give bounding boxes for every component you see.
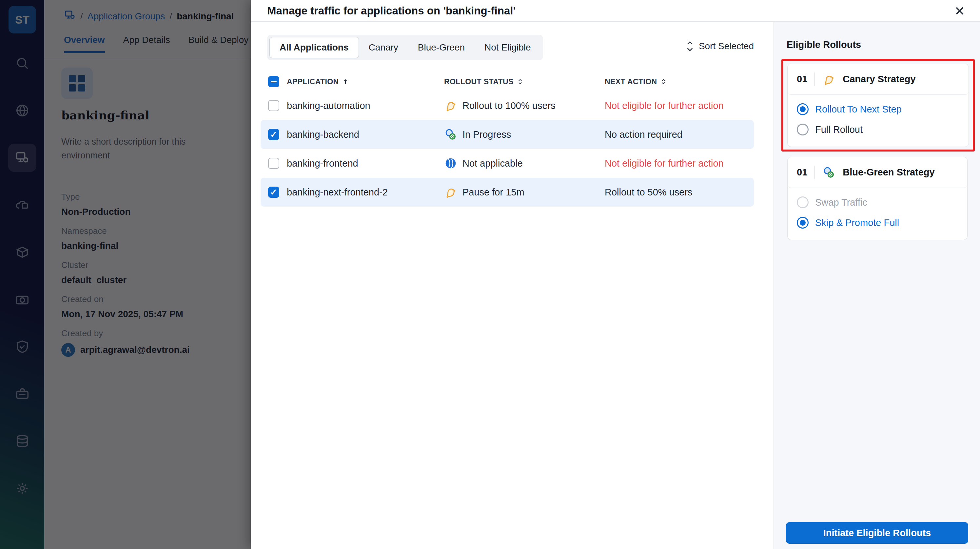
- strategy-header: 01Canary Strategy: [788, 64, 969, 95]
- tab-canary[interactable]: Canary: [359, 37, 408, 58]
- strategy-blue-green-strategy: 01Blue-Green StrategySwap TrafficSkip & …: [787, 157, 967, 240]
- blue-green-icon: [444, 128, 457, 141]
- table-body: banking-automationRollout to 100% usersN…: [261, 91, 754, 207]
- table-row-banking-automation[interactable]: banking-automationRollout to 100% usersN…: [261, 91, 754, 120]
- radio-selected-icon[interactable]: [797, 217, 808, 228]
- radio-disabled-icon: [797, 196, 808, 208]
- strategy-number: 01: [797, 167, 807, 178]
- strategy-options: Rollout To Next StepFull Rollout: [788, 95, 969, 147]
- strategy-cards: 01Canary StrategyRollout To Next StepFul…: [774, 59, 980, 245]
- column-label: NEXT ACTION: [605, 77, 657, 86]
- tab-not-eligible[interactable]: Not Eligible: [475, 37, 541, 58]
- application-name: banking-frontend: [287, 158, 444, 169]
- radio-label: Rollout To Next Step: [815, 104, 902, 115]
- column-header-application[interactable]: APPLICATION: [287, 77, 444, 86]
- arrow-up-icon: [342, 77, 349, 86]
- modal-backdrop: [0, 0, 251, 549]
- background-page: ST / Application Groups / banking-final …: [0, 0, 251, 549]
- next-action: No action required: [605, 129, 754, 140]
- next-action: Not eligible for further action: [605, 101, 754, 111]
- not-applicable-icon: [444, 157, 457, 170]
- strategy-number: 01: [797, 74, 807, 85]
- rollout-status: In Progress: [444, 128, 605, 141]
- strategy-card: 01Blue-Green StrategySwap TrafficSkip & …: [787, 157, 967, 240]
- rollout-status-label: Pause for 15m: [463, 187, 524, 198]
- strategy-options: Swap TrafficSkip & Promote Full: [788, 188, 967, 240]
- strategy-name: Blue-Green Strategy: [843, 167, 934, 178]
- application-name: banking-backend: [287, 129, 444, 140]
- tab-blue-green[interactable]: Blue-Green: [408, 37, 475, 58]
- modal-main: All ApplicationsCanaryBlue-GreenNot Elig…: [251, 22, 773, 549]
- radio-label: Skip & Promote Full: [815, 217, 899, 228]
- radio-option-swap-traffic: Swap Traffic: [797, 196, 958, 208]
- radio-selected-icon[interactable]: [797, 103, 808, 115]
- divider: [815, 166, 815, 179]
- blue-green-icon: [822, 166, 835, 179]
- row-checkbox[interactable]: [268, 129, 279, 140]
- application-name: banking-next-frontend-2: [287, 187, 444, 198]
- column-header-next-action[interactable]: NEXT ACTION: [605, 77, 754, 86]
- application-name: banking-automation: [287, 101, 444, 111]
- radio-option-skip-promote-full[interactable]: Skip & Promote Full: [797, 217, 958, 228]
- canary-icon: [444, 99, 457, 112]
- divider: [815, 72, 815, 86]
- rollout-status-label: In Progress: [463, 129, 511, 140]
- canary-icon: [444, 186, 457, 199]
- eligible-rollouts-panel: Eligible Rollouts 01Canary StrategyRollo…: [773, 22, 980, 549]
- strategy-canary-strategy-highlighted: 01Canary StrategyRollout To Next StepFul…: [781, 59, 975, 152]
- rollout-status-label: Not applicable: [463, 158, 523, 169]
- sort-arrows-icon: [517, 77, 523, 86]
- rollout-status-label: Rollout to 100% users: [463, 101, 555, 111]
- canary-icon: [822, 73, 835, 86]
- sort-selected-label: Sort Selected: [699, 41, 754, 51]
- sort-selected-button[interactable]: Sort Selected: [686, 41, 754, 52]
- select-all-checkbox[interactable]: [268, 76, 279, 87]
- table-header-row: APPLICATION ROLLOUT STATUS NEXT ACTION: [261, 72, 754, 91]
- rollout-status: Not applicable: [444, 157, 605, 170]
- radio-option-full-rollout[interactable]: Full Rollout: [797, 124, 959, 136]
- panel-title: Eligible Rollouts: [787, 39, 861, 50]
- row-checkbox[interactable]: [268, 100, 279, 111]
- table-row-banking-next-frontend-2[interactable]: banking-next-frontend-2Pause for 15mRoll…: [261, 178, 754, 207]
- initiate-eligible-rollouts-button[interactable]: Initiate Eligible Rollouts: [786, 522, 968, 544]
- rollout-status: Pause for 15m: [444, 186, 605, 199]
- modal-tabs: All ApplicationsCanaryBlue-GreenNot Elig…: [267, 35, 543, 60]
- modal-header: Manage traffic for applications on 'bank…: [251, 0, 980, 22]
- next-action: Rollout to 50% users: [605, 187, 754, 198]
- column-label: ROLLOUT STATUS: [444, 77, 514, 86]
- manage-traffic-modal: Manage traffic for applications on 'bank…: [251, 0, 980, 549]
- strategy-card: 01Canary StrategyRollout To Next StepFul…: [787, 64, 969, 147]
- radio-label: Swap Traffic: [815, 197, 867, 208]
- column-header-rollout-status[interactable]: ROLLOUT STATUS: [444, 77, 605, 86]
- radio-unselected-icon[interactable]: [797, 124, 808, 136]
- row-checkbox[interactable]: [268, 187, 279, 198]
- modal-title: Manage traffic for applications on 'bank…: [267, 5, 515, 17]
- applications-table: APPLICATION ROLLOUT STATUS NEXT ACTION b…: [261, 72, 754, 207]
- radio-label: Full Rollout: [815, 124, 863, 135]
- radio-option-rollout-to-next-step[interactable]: Rollout To Next Step: [797, 103, 959, 115]
- sort-arrows-icon: [686, 41, 694, 52]
- row-checkbox[interactable]: [268, 158, 279, 169]
- table-row-banking-frontend[interactable]: banking-frontendNot applicableNot eligib…: [261, 149, 754, 178]
- column-label: APPLICATION: [287, 77, 339, 86]
- strategy-header: 01Blue-Green Strategy: [788, 157, 967, 188]
- strategy-name: Canary Strategy: [843, 74, 915, 85]
- rollout-status: Rollout to 100% users: [444, 99, 605, 112]
- tab-all-applications[interactable]: All Applications: [269, 37, 359, 58]
- sort-arrows-icon: [660, 77, 667, 86]
- close-icon[interactable]: [953, 4, 967, 18]
- table-row-banking-backend[interactable]: banking-backendIn ProgressNo action requ…: [261, 120, 754, 149]
- next-action: Not eligible for further action: [605, 158, 754, 169]
